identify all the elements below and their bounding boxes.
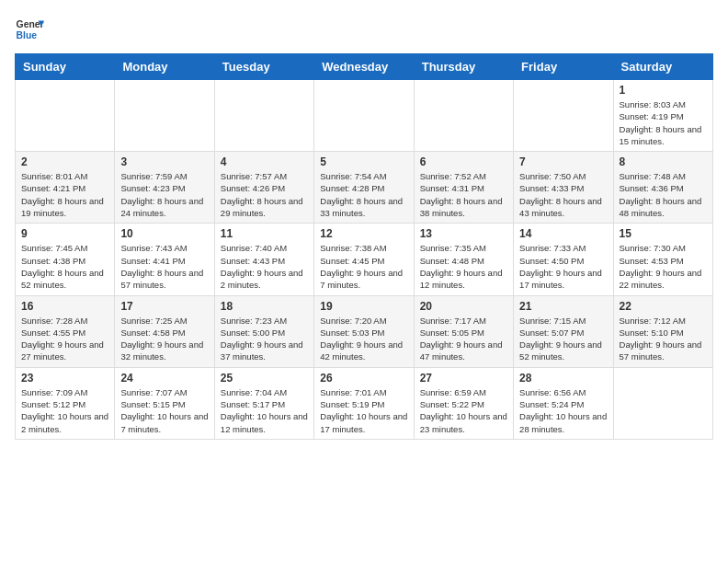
- calendar-week-row: 2Sunrise: 8:01 AM Sunset: 4:21 PM Daylig…: [16, 152, 713, 224]
- day-info: Sunrise: 7:30 AM Sunset: 4:53 PM Dayligh…: [620, 242, 707, 291]
- day-number: 12: [320, 227, 407, 240]
- calendar-cell: [115, 80, 214, 152]
- day-number: 17: [120, 300, 208, 313]
- day-number: 16: [21, 300, 108, 313]
- day-number: 11: [221, 227, 308, 240]
- day-number: 27: [420, 372, 507, 385]
- weekday-header-row: SundayMondayTuesdayWednesdayThursdayFrid…: [16, 54, 713, 80]
- weekday-header-monday: Monday: [115, 54, 214, 80]
- calendar-cell: 8Sunrise: 7:48 AM Sunset: 4:36 PM Daylig…: [613, 152, 712, 224]
- calendar-cell: 16Sunrise: 7:28 AM Sunset: 4:55 PM Dayli…: [16, 295, 115, 367]
- day-number: 6: [420, 155, 507, 168]
- calendar-cell: 20Sunrise: 7:17 AM Sunset: 5:05 PM Dayli…: [414, 295, 513, 367]
- day-number: 3: [120, 155, 208, 168]
- day-number: 13: [420, 227, 507, 240]
- svg-text:Blue: Blue: [17, 30, 38, 40]
- calendar-table: SundayMondayTuesdayWednesdayThursdayFrid…: [15, 53, 713, 440]
- logo-icon: General Blue: [15, 15, 44, 44]
- day-number: 15: [620, 227, 707, 240]
- day-number: 5: [320, 155, 407, 168]
- day-info: Sunrise: 7:12 AM Sunset: 5:10 PM Dayligh…: [620, 315, 707, 363]
- day-info: Sunrise: 7:01 AM Sunset: 5:19 PM Dayligh…: [320, 386, 407, 435]
- calendar-cell: 5Sunrise: 7:54 AM Sunset: 4:28 PM Daylig…: [314, 152, 414, 224]
- calendar-cell: [613, 367, 712, 439]
- calendar-cell: 9Sunrise: 7:45 AM Sunset: 4:38 PM Daylig…: [16, 224, 115, 295]
- weekday-header-friday: Friday: [514, 54, 613, 80]
- day-info: Sunrise: 6:59 AM Sunset: 5:22 PM Dayligh…: [420, 386, 507, 435]
- day-info: Sunrise: 8:01 AM Sunset: 4:21 PM Dayligh…: [21, 170, 108, 219]
- calendar-cell: 27Sunrise: 6:59 AM Sunset: 5:22 PM Dayli…: [414, 367, 513, 439]
- weekday-header-wednesday: Wednesday: [314, 54, 414, 80]
- calendar-cell: 21Sunrise: 7:15 AM Sunset: 5:07 PM Dayli…: [514, 295, 613, 367]
- day-number: 22: [620, 300, 707, 313]
- calendar-cell: [16, 80, 115, 152]
- calendar-cell: [514, 80, 613, 152]
- weekday-header-saturday: Saturday: [613, 54, 712, 80]
- day-info: Sunrise: 7:59 AM Sunset: 4:23 PM Dayligh…: [120, 170, 208, 219]
- day-number: 20: [420, 300, 507, 313]
- weekday-header-thursday: Thursday: [414, 54, 513, 80]
- day-info: Sunrise: 7:54 AM Sunset: 4:28 PM Dayligh…: [320, 170, 407, 219]
- calendar-cell: 22Sunrise: 7:12 AM Sunset: 5:10 PM Dayli…: [613, 295, 712, 367]
- day-info: Sunrise: 7:57 AM Sunset: 4:26 PM Dayligh…: [221, 170, 308, 219]
- day-number: 8: [620, 155, 707, 168]
- calendar-week-row: 1Sunrise: 8:03 AM Sunset: 4:19 PM Daylig…: [16, 80, 713, 152]
- day-info: Sunrise: 7:52 AM Sunset: 4:31 PM Dayligh…: [420, 170, 507, 219]
- day-info: Sunrise: 7:45 AM Sunset: 4:38 PM Dayligh…: [21, 242, 108, 291]
- calendar-week-row: 16Sunrise: 7:28 AM Sunset: 4:55 PM Dayli…: [16, 295, 713, 367]
- calendar-cell: 25Sunrise: 7:04 AM Sunset: 5:17 PM Dayli…: [214, 367, 313, 439]
- calendar-cell: 3Sunrise: 7:59 AM Sunset: 4:23 PM Daylig…: [115, 152, 214, 224]
- calendar-cell: 4Sunrise: 7:57 AM Sunset: 4:26 PM Daylig…: [214, 152, 313, 224]
- day-number: 25: [221, 372, 308, 385]
- weekday-header-tuesday: Tuesday: [214, 54, 313, 80]
- calendar-cell: 14Sunrise: 7:33 AM Sunset: 4:50 PM Dayli…: [514, 224, 613, 295]
- calendar-cell: 23Sunrise: 7:09 AM Sunset: 5:12 PM Dayli…: [16, 367, 115, 439]
- day-number: 9: [21, 227, 108, 240]
- day-number: 2: [21, 155, 108, 168]
- day-number: 18: [221, 300, 308, 313]
- day-info: Sunrise: 7:28 AM Sunset: 4:55 PM Dayligh…: [21, 315, 108, 363]
- day-info: Sunrise: 7:15 AM Sunset: 5:07 PM Dayligh…: [519, 315, 607, 363]
- page-header: General Blue: [15, 15, 713, 44]
- calendar-cell: [214, 80, 313, 152]
- calendar-cell: [414, 80, 513, 152]
- day-info: Sunrise: 7:07 AM Sunset: 5:15 PM Dayligh…: [120, 386, 208, 435]
- calendar-cell: 19Sunrise: 7:20 AM Sunset: 5:03 PM Dayli…: [314, 295, 414, 367]
- calendar-cell: 11Sunrise: 7:40 AM Sunset: 4:43 PM Dayli…: [214, 224, 313, 295]
- logo: General Blue: [15, 15, 44, 44]
- calendar-cell: 24Sunrise: 7:07 AM Sunset: 5:15 PM Dayli…: [115, 367, 214, 439]
- day-info: Sunrise: 7:43 AM Sunset: 4:41 PM Dayligh…: [120, 242, 208, 291]
- calendar-week-row: 23Sunrise: 7:09 AM Sunset: 5:12 PM Dayli…: [16, 367, 713, 439]
- calendar-cell: 17Sunrise: 7:25 AM Sunset: 4:58 PM Dayli…: [115, 295, 214, 367]
- calendar-cell: 12Sunrise: 7:38 AM Sunset: 4:45 PM Dayli…: [314, 224, 414, 295]
- day-info: Sunrise: 7:17 AM Sunset: 5:05 PM Dayligh…: [420, 315, 507, 363]
- day-number: 28: [519, 372, 607, 385]
- day-info: Sunrise: 7:40 AM Sunset: 4:43 PM Dayligh…: [221, 242, 308, 291]
- day-info: Sunrise: 6:56 AM Sunset: 5:24 PM Dayligh…: [519, 386, 607, 435]
- calendar-cell: 15Sunrise: 7:30 AM Sunset: 4:53 PM Dayli…: [613, 224, 712, 295]
- calendar-cell: 18Sunrise: 7:23 AM Sunset: 5:00 PM Dayli…: [214, 295, 313, 367]
- calendar-cell: 28Sunrise: 6:56 AM Sunset: 5:24 PM Dayli…: [514, 367, 613, 439]
- calendar-cell: 7Sunrise: 7:50 AM Sunset: 4:33 PM Daylig…: [514, 152, 613, 224]
- calendar-cell: 1Sunrise: 8:03 AM Sunset: 4:19 PM Daylig…: [613, 80, 712, 152]
- day-number: 21: [519, 300, 607, 313]
- calendar-cell: 26Sunrise: 7:01 AM Sunset: 5:19 PM Dayli…: [314, 367, 414, 439]
- day-info: Sunrise: 7:35 AM Sunset: 4:48 PM Dayligh…: [420, 242, 507, 291]
- day-number: 14: [519, 227, 607, 240]
- day-number: 19: [320, 300, 407, 313]
- day-info: Sunrise: 7:33 AM Sunset: 4:50 PM Dayligh…: [519, 242, 607, 291]
- day-number: 4: [221, 155, 308, 168]
- day-info: Sunrise: 7:25 AM Sunset: 4:58 PM Dayligh…: [120, 315, 208, 363]
- day-number: 7: [519, 155, 607, 168]
- calendar-cell: 10Sunrise: 7:43 AM Sunset: 4:41 PM Dayli…: [115, 224, 214, 295]
- calendar-cell: 2Sunrise: 8:01 AM Sunset: 4:21 PM Daylig…: [16, 152, 115, 224]
- calendar-cell: 6Sunrise: 7:52 AM Sunset: 4:31 PM Daylig…: [414, 152, 513, 224]
- calendar-week-row: 9Sunrise: 7:45 AM Sunset: 4:38 PM Daylig…: [16, 224, 713, 295]
- day-info: Sunrise: 7:50 AM Sunset: 4:33 PM Dayligh…: [519, 170, 607, 219]
- day-info: Sunrise: 8:03 AM Sunset: 4:19 PM Dayligh…: [620, 98, 707, 147]
- weekday-header-sunday: Sunday: [16, 54, 115, 80]
- day-number: 26: [320, 372, 407, 385]
- day-number: 1: [620, 84, 707, 97]
- day-info: Sunrise: 7:09 AM Sunset: 5:12 PM Dayligh…: [21, 386, 108, 435]
- day-info: Sunrise: 7:04 AM Sunset: 5:17 PM Dayligh…: [221, 386, 308, 435]
